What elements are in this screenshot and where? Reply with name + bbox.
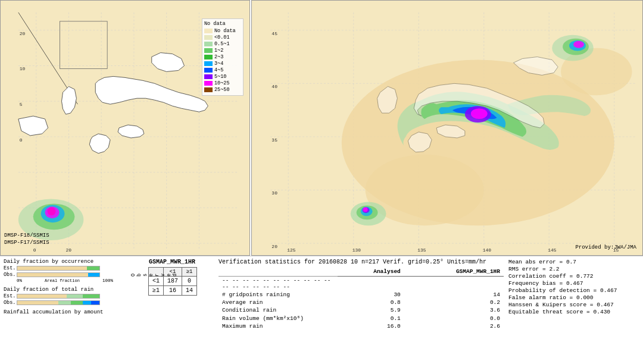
verif-row1-gsmap: 14 (404, 291, 504, 299)
svg-text:125: 125 (287, 247, 296, 253)
bar-label-obs1: Obs. (4, 272, 17, 278)
legend-color-3-4 (204, 61, 213, 66)
legend-item-05-1: 0.5~1 (204, 41, 241, 47)
bar-label-est2: Est. (4, 293, 17, 299)
legend-label-nodata: No data (214, 28, 236, 34)
svg-text:40: 40 (271, 84, 277, 89)
legend-label-2-3: 2~3 (214, 54, 223, 60)
legend-color-2-3 (204, 55, 213, 59)
legend-color-nodata (204, 29, 213, 33)
error-equitable: Equitable threat score = 0.430 (508, 309, 639, 315)
chart-label-occurrence: Daily fraction by occurrence (4, 259, 126, 265)
verif-row5-label: Maximum rain (219, 322, 338, 330)
axis-mid-1: Areal fraction (45, 278, 80, 283)
left-map: GSMAP_MWR_1HR estimates for 20160828 10 … (0, 0, 250, 256)
error-rms: RMS error = 2.2 (508, 266, 639, 272)
verif-row0-gsmap (404, 277, 504, 291)
left-map-dmsp1: DMSP-F18/SSMIS (4, 233, 49, 239)
bar-fill-obs2-blue (83, 301, 91, 305)
svg-text:0: 0 (20, 137, 23, 143)
legend-color-5-10 (204, 74, 213, 79)
color-legend: No data No data <0.01 0.5~1 1~2 (202, 18, 244, 96)
table-row: # gridpoints raining 30 14 (219, 291, 504, 299)
bar-fill-est2-light (67, 294, 83, 298)
table-row: Rain volume (mm*km²x10⁸) 0.1 0.0 (219, 314, 504, 322)
bar-fill-obs1-rain (88, 273, 99, 277)
legend-label-5-10: 5~10 (214, 74, 226, 80)
bar-fill-obs2-light (58, 301, 71, 305)
right-map: Hourly Radar-AMeDAS analysis for 2016082… (251, 0, 643, 256)
right-map-credit: Provided by:JWA/JMA (575, 244, 636, 250)
svg-text:20: 20 (20, 31, 26, 36)
svg-point-48 (471, 108, 488, 119)
legend-label-3-4: 3~4 (214, 61, 223, 67)
verif-row5-analysed: 16.0 (338, 322, 404, 330)
bar-row-est1: Est. (4, 265, 126, 271)
verif-row2-gsmap: 0.2 (404, 299, 504, 306)
table-row: Conditional rain 5.9 3.6 (219, 306, 504, 314)
bar-container-obs2 (17, 300, 100, 305)
legend-item-2-3: 2~3 (204, 54, 241, 60)
legend-color-1-2 (204, 48, 213, 53)
bar-container-est2 (17, 294, 100, 299)
svg-text:10: 10 (20, 66, 26, 71)
chart-section-rain: Daily fraction of total rain Est. Obs. (4, 287, 126, 306)
bar-fill-est2-norain (17, 294, 67, 298)
legend-label-4-5: 4~5 (214, 67, 223, 73)
verif-row0-label: -- -- -- -- -- -- -- -- -- -- -- -- -- -… (219, 277, 338, 291)
svg-text:130: 130 (352, 247, 361, 253)
legend-item-1-2: 1~2 (204, 48, 241, 54)
svg-text:5: 5 (20, 102, 23, 107)
verif-row4-label: Rain volume (mm*km²x10⁸) (219, 314, 338, 322)
verif-row4-gsmap: 0.0 (404, 314, 504, 322)
svg-point-46 (363, 207, 368, 212)
error-freq-bias: Frequency bias = 0.467 (508, 280, 639, 287)
legend-color-lt001 (204, 35, 213, 40)
legend-label-25-50: 25~50 (214, 87, 230, 93)
bar-label-est1: Est. (4, 265, 17, 271)
bar-row-est2: Est. (4, 293, 126, 299)
bar-fill-obs2-norain (17, 301, 58, 305)
verif-row1-analysed: 30 (338, 291, 404, 299)
left-map-dmsp2: DMSP-F17/SSMIS (4, 240, 49, 246)
main-container: GSMAP_MWR_1HR estimates for 20160828 10 … (0, 0, 643, 364)
legend-item-lt001: <0.01 (204, 34, 241, 40)
error-hanssen: Hanssen & Kuipers score = 0.467 (508, 302, 639, 308)
right-map-svg: 45 40 35 30 20 125 130 135 140 145 15 (252, 1, 642, 255)
verif-col-gsmap: GSMAP_MWR_1HR (404, 268, 504, 277)
verif-row3-gsmap: 3.6 (404, 306, 504, 314)
legend-color-4-5 (204, 68, 213, 73)
maps-row: GSMAP_MWR_1HR estimates for 20160828 10 … (0, 0, 643, 256)
legend-item-10-25: 10~25 (204, 80, 241, 86)
table-row: Average rain 0.8 0.2 (219, 299, 504, 306)
legend-label-lt001: <0.01 (214, 34, 230, 40)
bar-fill-est1-norain (17, 266, 87, 270)
verif-row3-analysed: 5.9 (338, 306, 404, 314)
bar-container-obs1 (17, 272, 100, 277)
legend-item-nodata: No data (204, 28, 241, 34)
verif-row1-label: # gridpoints raining (219, 291, 338, 299)
svg-text:30: 30 (271, 190, 277, 196)
svg-text:35: 35 (271, 137, 277, 143)
verif-row2-label: Average rain (219, 299, 338, 306)
verif-col-analysed: Analysed (338, 268, 404, 277)
bar-container-est1 (17, 266, 100, 271)
svg-text:20: 20 (271, 244, 277, 249)
legend-color-25-50 (204, 87, 213, 92)
svg-point-52 (573, 41, 584, 48)
error-prob-detect: Probability of detection = 0.467 (508, 287, 639, 294)
legend-title: No data (204, 21, 241, 27)
error-mean-abs: Mean abs error = 0.7 (508, 259, 639, 265)
verif-row2-analysed: 0.8 (338, 299, 404, 306)
charts-panel: Daily fraction by occurrence Est. Obs. (4, 259, 126, 316)
axis-start-1: 0% (17, 278, 22, 283)
verif-row0-analysed (338, 277, 404, 291)
axis-end-1: 100% (102, 278, 113, 283)
bar-fill-obs1-norain (17, 273, 88, 277)
bar-row-obs1: Obs. (4, 272, 126, 278)
chart-label-rain: Daily fraction of total rain (4, 287, 126, 293)
verif-table: Analysed GSMAP_MWR_1HR -- -- -- -- -- --… (219, 268, 504, 330)
error-corr: Correlation coeff = 0.772 (508, 273, 639, 280)
bar-fill-est1-rain (87, 266, 99, 270)
table-row: -- -- -- -- -- -- -- -- -- -- -- -- -- -… (219, 277, 504, 291)
